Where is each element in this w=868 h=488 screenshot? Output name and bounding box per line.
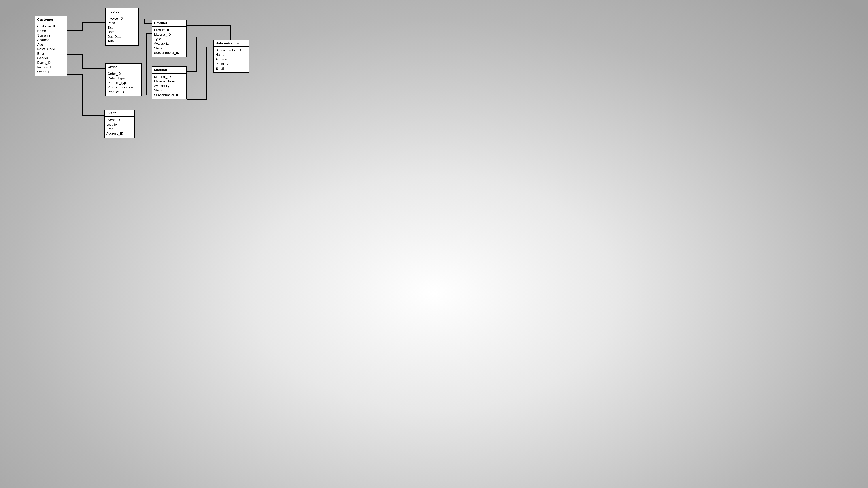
entity-field: Product_Type [107,80,140,85]
entity-field: Gender [37,56,65,61]
entity-field: Due Date [107,35,136,39]
entity-field: Address [37,38,65,42]
entity-material: Material Material_ID Material_Type Avail… [152,66,187,99]
entity-field: Type [154,37,185,41]
entity-field: Total [107,39,136,43]
entity-field: Invoice_ID [107,16,136,21]
entity-field: Subcontractor_ID [154,51,185,55]
entity-field: Address [216,57,247,62]
entity-fields: Invoice_ID Price Tax Date Due Date Total [106,15,138,45]
entity-invoice: Invoice Invoice_ID Price Tax Date Due Da… [105,8,139,45]
entity-field: Stock [154,46,185,51]
erd-canvas: Customer Customer_ID Name Surname Addres… [0,0,260,147]
entity-title: Product [152,20,186,27]
entity-field: Address_ID [106,131,132,136]
entity-field: Subcontractor_ID [216,48,247,53]
entity-fields: Customer_ID Name Surname Address Age Pos… [35,23,67,76]
entity-field: Date [106,127,132,131]
entity-field: Postal Code [37,47,65,52]
entity-customer: Customer Customer_ID Name Surname Addres… [35,16,67,76]
entity-product: Product Product_ID Material_ID Type Avai… [152,20,187,57]
entity-field: Location [106,122,132,127]
entity-field: Stock [154,88,185,93]
entity-title: Subcontractor [214,40,249,47]
entity-fields: Product_ID Material_ID Type Availability… [152,27,186,57]
entity-order: Order Order_ID Order_Type Product_Type P… [105,63,142,96]
entity-title: Customer [35,17,67,23]
entity-field: Surname [37,33,65,38]
entity-field: Price [107,21,136,25]
entity-field: Product_ID [154,28,185,32]
entity-field: Order_Type [107,76,140,80]
entity-field: Tax [107,25,136,30]
entity-fields: Material_ID Material_Type Availability S… [152,73,186,99]
entity-field: Material_Type [154,79,185,84]
entity-field: Email [216,66,247,71]
entity-field: Product_Location [107,85,140,90]
entity-event: Event Event_ID Location Date Address_ID [104,109,135,138]
entity-field: Customer_ID [37,24,65,29]
entity-field: Availability [154,41,185,46]
entity-field: Invoice_ID [37,65,65,70]
entity-field: Age [37,42,65,47]
entity-subcontractor: Subcontractor Subcontractor_ID Name Addr… [213,40,249,73]
entity-title: Order [106,64,141,70]
entity-field: Event_ID [37,61,65,65]
entity-field: Name [216,53,247,57]
entity-field: Availability [154,84,185,88]
entity-title: Event [104,110,134,117]
entity-fields: Event_ID Location Date Address_ID [104,117,134,137]
entity-field: Material_ID [154,32,185,37]
entity-title: Invoice [106,8,138,15]
entity-field: Event_ID [106,118,132,122]
entity-field: Order_ID [107,72,140,76]
entity-field: Subcontractor_ID [154,93,185,97]
entity-field: Name [37,29,65,33]
entity-field: Material_ID [154,75,185,79]
entity-title: Material [152,67,186,73]
entity-field: Date [107,30,136,34]
entity-fields: Order_ID Order_Type Product_Type Product… [106,70,141,96]
entity-field: Postal Code [216,62,247,66]
entity-field: Email [37,52,65,56]
entity-field: Product_ID [107,90,140,94]
entity-fields: Subcontractor_ID Name Address Postal Cod… [214,47,249,72]
entity-field: Order_ID [37,70,65,74]
